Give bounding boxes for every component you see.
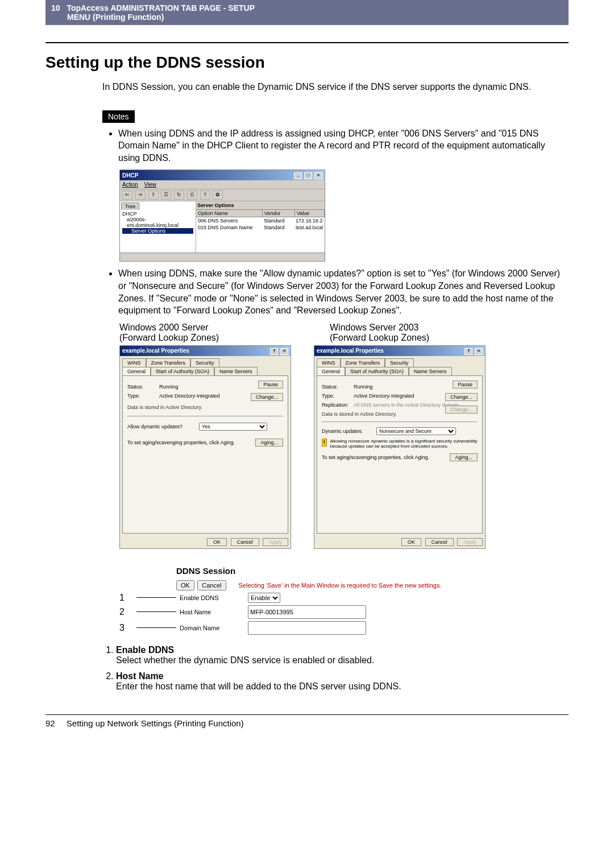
table-row[interactable]: 006 DNS Servers Standard 172.16.16.2 — [196, 217, 325, 224]
back-icon[interactable]: ⇐ — [122, 191, 132, 200]
enable-ddns-select[interactable]: Enable — [248, 593, 280, 603]
pause-button[interactable]: Pause — [453, 381, 478, 388]
chapter-title: TopAccess ADMINISTRATION TAB PAGE - SETU… — [67, 3, 255, 13]
chapter-header: 10 TopAccess ADMINISTRATION TAB PAGE - S… — [45, 0, 569, 25]
props-dialog-2000: example.local Properties ? × WINS Zone T… — [119, 345, 291, 549]
page-number: 92 — [45, 718, 55, 728]
page-footer: 92 Setting up Network Settings (Printing… — [45, 718, 569, 728]
replication-label: Replication: — [322, 402, 350, 408]
change-button[interactable]: Change... — [251, 393, 283, 401]
pause-button[interactable]: Pause — [258, 381, 283, 388]
dynamic-updates-select[interactable]: Nonsecure and Secure — [376, 427, 456, 435]
col-option-name[interactable]: Option Name — [196, 210, 263, 217]
refresh-icon[interactable]: ↻ — [174, 191, 184, 200]
callout-3: 3 — [119, 623, 136, 633]
cell-value: test.ad.local — [294, 225, 325, 230]
field-name-2: Host Name — [116, 671, 164, 681]
ok-button[interactable]: OK — [401, 538, 421, 546]
replication-value: All DNS servers in the Active Directory … — [354, 402, 459, 408]
tab-general[interactable]: General — [122, 367, 151, 375]
field-text-2: Enter the host name that will be added t… — [116, 681, 401, 691]
note-item-1: When using DDNS and the IP address is as… — [118, 127, 563, 164]
menu-action[interactable]: Action — [122, 181, 138, 188]
cell-vendor: Standard — [262, 225, 294, 230]
help-icon[interactable]: ? — [200, 191, 210, 200]
tab-wins[interactable]: WINS — [122, 358, 146, 367]
tree-selected[interactable]: Server Options — [122, 228, 193, 234]
cancel-button[interactable]: Cancel — [425, 538, 454, 546]
col-value[interactable]: Value — [295, 210, 325, 217]
help-icon[interactable]: ? — [270, 348, 278, 355]
aging-button[interactable]: Aging... — [450, 453, 478, 461]
dynamic-updates-label: Dynamic updates: — [322, 428, 373, 434]
ddns-ok-button[interactable]: OK — [176, 580, 194, 590]
close-icon[interactable]: × — [280, 348, 288, 355]
close-icon[interactable]: × — [314, 172, 322, 179]
tree-node[interactable]: w2000s-ent.domino6.kinsj.local — [122, 217, 193, 228]
tab-name-servers[interactable]: Name Servers — [214, 367, 258, 375]
menu-view[interactable]: View — [144, 181, 157, 188]
apply-button: Apply — [263, 538, 288, 546]
maximize-icon[interactable]: □ — [304, 172, 312, 179]
note-item-2: When using DDNS, make sure the "Allow dy… — [118, 267, 563, 316]
warning-text: Allowing nonsecure dynamic updates is a … — [330, 439, 478, 449]
top-rule — [45, 42, 569, 43]
settings-icon[interactable]: ✿ — [213, 191, 223, 200]
status-value: Running — [159, 384, 179, 390]
notes-label: Notes — [102, 110, 135, 123]
list-pane: Server Options Option Name Vendor Value … — [196, 201, 325, 253]
ddns-session-panel: DDNS Session OK Cancel Selecting 'Save' … — [119, 566, 569, 635]
table-row[interactable]: 015 DNS Domain Name Standard test.ad.loc… — [196, 224, 325, 231]
aging-text: To set aging/scavenging properties, clic… — [127, 440, 252, 445]
tab-name-servers[interactable]: Name Servers — [409, 367, 452, 375]
up-icon[interactable]: ⇧ — [148, 191, 159, 200]
tab-security[interactable]: Security — [190, 358, 219, 367]
list-icon[interactable]: ☰ — [161, 191, 171, 200]
minimize-icon[interactable]: _ — [294, 172, 302, 179]
col-vendor[interactable]: Vendor — [263, 210, 295, 217]
host-name-input[interactable] — [248, 605, 366, 619]
callout-line — [136, 597, 176, 598]
domain-name-input[interactable] — [248, 621, 366, 635]
field-text-1: Select whether the dynamic DNS service i… — [116, 655, 374, 665]
tree-root[interactable]: DHCP — [122, 211, 193, 217]
tab-soa[interactable]: Start of Authority (SOA) — [345, 367, 409, 375]
ddns-cancel-button[interactable]: Cancel — [197, 580, 226, 590]
footer-text: Setting up Network Settings (Printing Fu… — [67, 718, 244, 728]
tab-wins[interactable]: WINS — [317, 358, 341, 367]
window-buttons: _ □ × — [293, 171, 322, 179]
callout-line — [136, 611, 176, 612]
tab-soa[interactable]: Start of Authority (SOA) — [151, 367, 214, 375]
aging-button[interactable]: Aging... — [255, 439, 283, 447]
caption-win2000-b: (Forward Lookup Zones) — [119, 333, 307, 343]
allow-updates-label: Allow dynamic updates? — [127, 424, 196, 429]
status-label: Status: — [127, 384, 156, 390]
props-title: example.local Properties — [122, 348, 189, 354]
stored-text: Data is stored in Active Directory. — [127, 404, 283, 410]
callout-2: 2 — [119, 607, 136, 617]
allow-updates-select[interactable]: Yes — [199, 423, 267, 431]
help-icon[interactable]: ? — [464, 348, 472, 355]
field-desc-1: Enable DDNS Select whether the dynamic D… — [116, 645, 563, 666]
page-heading: Setting up the DDNS session — [45, 53, 569, 72]
warning-icon: ! — [322, 439, 327, 447]
export-icon[interactable]: ⎙ — [187, 191, 197, 200]
cancel-button[interactable]: Cancel — [231, 538, 259, 546]
tab-security[interactable]: Security — [385, 358, 414, 367]
ok-button[interactable]: OK — [207, 538, 227, 546]
intro-paragraph: In DDNS Session, you can enable the Dyna… — [102, 81, 563, 93]
tab-zone-transfers[interactable]: Zone Transfers — [146, 358, 191, 367]
host-name-label: Host Name — [180, 609, 248, 615]
type-value: Active Directory-Integrated — [354, 393, 414, 399]
cell-vendor: Standard — [262, 218, 294, 224]
caption-win2000-a: Windows 2000 Server — [119, 323, 307, 333]
tab-zone-transfers[interactable]: Zone Transfers — [341, 358, 385, 367]
forward-icon[interactable]: ⇒ — [135, 191, 146, 200]
list-title: Server Options — [196, 201, 325, 210]
caption-win2003-b: (Forward Lookup Zones) — [330, 333, 517, 343]
cell-opt: 015 DNS Domain Name — [196, 225, 262, 230]
tree-tab[interactable]: Tree — [121, 202, 139, 210]
tab-general[interactable]: General — [317, 367, 345, 375]
close-icon[interactable]: × — [475, 348, 483, 355]
change-button[interactable]: Change... — [445, 393, 478, 401]
